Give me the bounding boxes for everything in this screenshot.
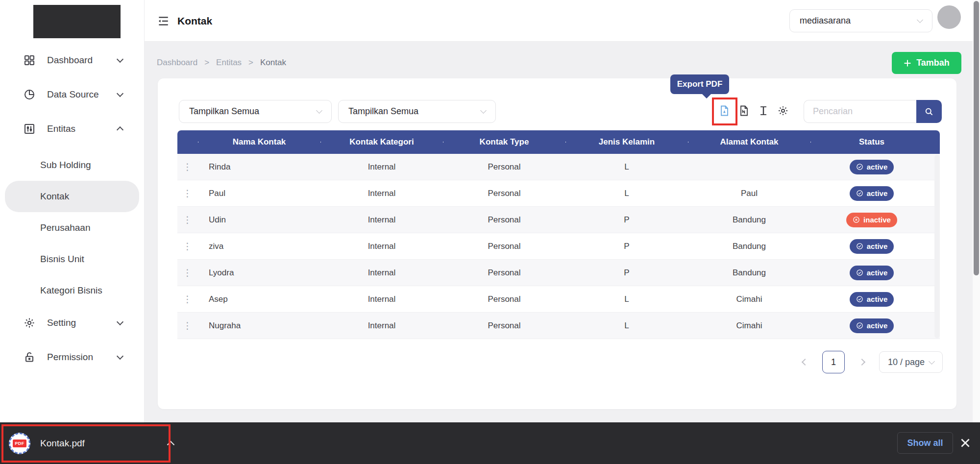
lock-icon — [24, 351, 35, 363]
table-header-type: Kontak Type — [443, 137, 565, 147]
row-menu-icon[interactable]: ⋮ — [183, 294, 193, 304]
cell-type: Personal — [443, 162, 565, 172]
sidebar-item-kontak[interactable]: Kontak — [5, 181, 139, 212]
table-scrollbar[interactable] — [934, 155, 940, 338]
sidebar-subitem-label: Kategori Bisnis — [40, 285, 102, 296]
table-row: ⋮ Lyodra Internal Personal P Bandung act… — [177, 260, 940, 286]
filter-select-value: Tampilkan Semua — [348, 106, 418, 117]
cell-type: Personal — [443, 189, 565, 198]
close-icon[interactable] — [959, 437, 972, 449]
show-all-button[interactable]: Show all — [897, 432, 953, 454]
export-file-icon[interactable] — [738, 105, 750, 117]
row-menu-icon[interactable]: ⋮ — [183, 268, 193, 277]
check-circle-icon — [856, 190, 863, 197]
pagination: 1 10 / page — [803, 351, 943, 373]
table-header-status: Status — [810, 137, 933, 147]
breadcrumb-entitas[interactable]: Entitas — [216, 58, 242, 68]
table-header-jenis-kelamin: Jenis Kelamin — [565, 137, 688, 147]
cell-alamat: Bandung — [688, 268, 810, 278]
status-badge: active — [850, 266, 894, 280]
content-card: Tampilkan Semua Tampilkan Semua Nama Kon… — [158, 78, 956, 409]
table-header-nama: Nama Kontak — [198, 137, 320, 147]
tenant-select[interactable]: mediasarana — [789, 9, 932, 32]
row-menu-icon[interactable]: ⋮ — [183, 215, 193, 224]
cell-jenis-kelamin: L — [565, 189, 688, 198]
sidebar-item-dashboard[interactable]: Dashboard — [0, 47, 144, 74]
avatar[interactable] — [937, 5, 961, 29]
breadcrumb-dashboard[interactable]: Dashboard — [157, 58, 197, 68]
filter-select-kategori[interactable]: Tampilkan Semua — [179, 100, 332, 123]
cell-alamat: Cimahi — [688, 294, 810, 304]
sidebar-nav: Dashboard Data Source Entitas Sub Holdin… — [0, 47, 144, 378]
table-header-gutter — [933, 130, 940, 154]
check-circle-icon — [856, 269, 863, 276]
table-row: ⋮ Rinda Internal Personal L active — [177, 154, 940, 180]
sidebar-subitem-label: Sub Holding — [40, 160, 91, 171]
export-pdf-icon[interactable] — [718, 105, 730, 117]
cell-type: Personal — [443, 321, 565, 331]
downloaded-file-name: Kontak.pdf — [40, 438, 85, 449]
pdf-file-icon: PDF — [9, 433, 30, 454]
sidebar-item-label: Dashboard — [47, 55, 93, 66]
row-menu-icon[interactable]: ⋮ — [183, 242, 193, 251]
sidebar-item-bisnis-unit[interactable]: Bisnis Unit — [0, 244, 144, 275]
page-size-select[interactable]: 10 / page — [879, 351, 943, 373]
status-label: active — [867, 321, 888, 330]
cell-jenis-kelamin: L — [565, 294, 688, 304]
sidebar-item-permission[interactable]: Permission — [0, 343, 144, 371]
sidebar-item-entitas[interactable]: Entitas — [0, 115, 144, 143]
status-badge: active — [850, 239, 894, 254]
cell-jenis-kelamin: P — [565, 242, 688, 251]
sidebar-item-label: Entitas — [47, 123, 75, 134]
sidebar-item-label: Permission — [47, 352, 93, 363]
page-size-value: 10 / page — [888, 357, 925, 367]
cell-nama: Rinda — [198, 162, 320, 172]
status-label: active — [867, 295, 888, 303]
sidebar-item-label: Setting — [47, 317, 76, 328]
scrollbar-thumb[interactable] — [974, 1, 979, 275]
search-icon — [924, 107, 934, 117]
search-input[interactable] — [804, 100, 916, 123]
browser-scrollbar[interactable] — [973, 0, 980, 422]
table-row: ⋮ Asep Internal Personal L Cimahi active — [177, 286, 940, 313]
chevron-up-icon[interactable] — [167, 441, 175, 449]
breadcrumb: Dashboard > Entitas > Kontak — [157, 58, 286, 68]
check-circle-icon — [856, 295, 863, 303]
table-header-row: Nama Kontak Kontak Kategori Kontak Type … — [177, 130, 940, 154]
page-title: Kontak — [177, 15, 212, 27]
chevron-down-icon — [117, 353, 123, 360]
add-button[interactable]: Tambah — [892, 52, 961, 74]
cell-type: Personal — [443, 294, 565, 304]
sidebar-item-setting[interactable]: Setting — [0, 309, 144, 337]
previous-page-icon[interactable] — [802, 359, 808, 366]
sidebar: Dashboard Data Source Entitas Sub Holdin… — [0, 0, 145, 422]
filter-select-type[interactable]: Tampilkan Semua — [338, 100, 496, 123]
sidebar-subitem-label: Kontak — [40, 191, 69, 202]
row-menu-icon[interactable]: ⋮ — [183, 321, 193, 330]
page-number-button[interactable]: 1 — [822, 351, 845, 373]
breadcrumb-separator: > — [248, 58, 253, 68]
sidebar-subitem-label: Bisnis Unit — [40, 254, 84, 265]
cell-kategori: Internal — [320, 268, 443, 278]
row-menu-icon[interactable]: ⋮ — [183, 162, 193, 171]
menu-fold-icon[interactable] — [157, 15, 170, 27]
pie-chart-icon — [24, 89, 35, 100]
cell-kategori: Internal — [320, 162, 443, 172]
cell-kategori: Internal — [320, 242, 443, 251]
downloaded-file-item[interactable]: PDF Kontak.pdf — [9, 422, 173, 464]
sidebar-item-kategori-bisnis[interactable]: Kategori Bisnis — [0, 275, 144, 306]
sidebar-item-perusahaan[interactable]: Perusahaan — [0, 212, 144, 244]
sidebar-item-data-source[interactable]: Data Source — [0, 81, 144, 108]
row-menu-icon[interactable]: ⋮ — [183, 189, 193, 198]
gear-icon — [24, 317, 35, 329]
table-settings-icon[interactable] — [777, 105, 789, 117]
status-badge: active — [850, 186, 894, 201]
next-page-icon[interactable] — [858, 359, 865, 366]
text-height-icon[interactable] — [758, 105, 769, 117]
status-badge: inactive — [846, 213, 897, 227]
x-circle-icon — [853, 216, 860, 223]
sidebar-item-sub-holding[interactable]: Sub Holding — [0, 149, 144, 181]
breadcrumb-kontak[interactable]: Kontak — [260, 58, 286, 68]
search-button[interactable] — [916, 100, 942, 123]
table-row: ⋮ Nugraha Internal Personal L Cimahi act… — [177, 313, 940, 339]
